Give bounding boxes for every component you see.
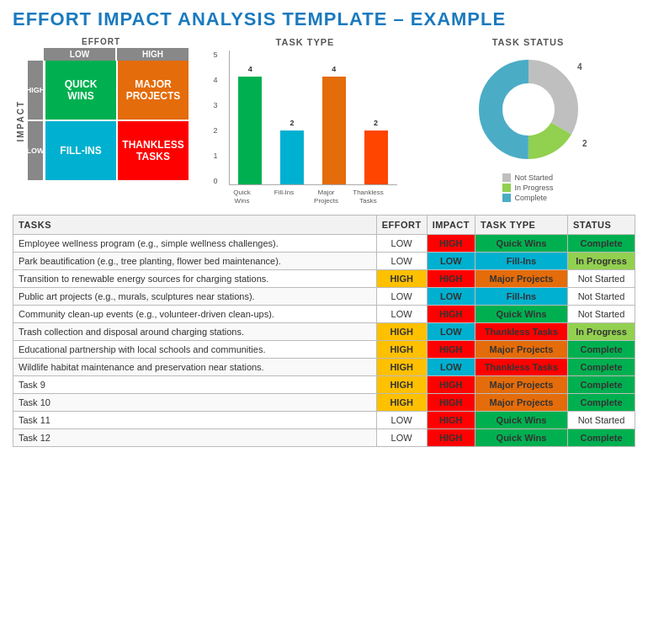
td-effort: HIGH — [376, 359, 427, 376]
td-effort: HIGH — [376, 323, 427, 341]
td-effort: HIGH — [376, 394, 427, 412]
table-row: Task 10HIGHHIGHMajor ProjectsComplete — [13, 394, 635, 412]
bar-xlabel: Thankless Tasks — [348, 189, 390, 205]
td-task: Task 11 — [13, 412, 377, 429]
bar-chart-box: TASK TYPE 0 1 2 3 4 5 4242 — [198, 37, 412, 205]
td-impact: HIGH — [427, 376, 475, 394]
bar-rect: 2 — [364, 130, 388, 184]
impact-label: IMPACT — [16, 100, 25, 142]
y-label-5: 5 — [214, 51, 218, 59]
td-task: Educational partnership with local schoo… — [13, 341, 377, 359]
td-impact: HIGH — [427, 341, 475, 359]
bar-value: 4 — [332, 65, 336, 73]
table-row: Educational partnership with local schoo… — [13, 341, 635, 359]
td-effort: HIGH — [376, 270, 427, 288]
quadrant-thankless-tasks: THANKLESSTASKS — [118, 121, 189, 180]
td-type: Thankless Tasks — [475, 323, 568, 341]
quadrant-quick-wins: QUICKWINS — [45, 61, 116, 120]
donut-label-complete: 6 — [472, 93, 477, 102]
row-high-label: HIGH — [28, 61, 43, 120]
td-impact: HIGH — [427, 270, 475, 288]
td-status: Complete — [568, 341, 635, 359]
y-label-1: 1 — [214, 152, 218, 160]
td-task: Task 12 — [13, 429, 377, 447]
table-row: Community clean-up events (e.g., volunte… — [13, 306, 635, 323]
td-status: Not Started — [568, 412, 635, 429]
td-effort: LOW — [376, 306, 427, 323]
effort-label: EFFORT — [13, 37, 189, 46]
td-status: Complete — [568, 429, 635, 447]
td-task: Transition to renewable energy sources f… — [13, 270, 377, 288]
bar-rect: 2 — [280, 130, 304, 184]
donut-chart-title: TASK STATUS — [492, 37, 565, 47]
td-status: Not Started — [568, 306, 635, 323]
td-task: Park beautification (e.g., tree planting… — [13, 253, 377, 270]
td-status: Complete — [568, 235, 635, 253]
td-effort: HIGH — [376, 341, 427, 359]
td-type: Fill-Ins — [475, 253, 568, 270]
legend-not-started-label: Not Started — [514, 173, 553, 182]
legend-in-progress-color — [502, 184, 511, 192]
table-row: Employee wellness program (e.g., simple … — [13, 235, 635, 253]
td-task: Task 9 — [13, 376, 377, 394]
table-row: Public art projects (e.g., murals, sculp… — [13, 288, 635, 306]
td-effort: LOW — [376, 429, 427, 447]
table-row: Park beautification (e.g., tree planting… — [13, 253, 635, 270]
bar-group: 2 — [355, 51, 397, 184]
donut-label-in-progress: 2 — [582, 139, 587, 148]
donut-legend: Not Started In Progress Complete — [502, 173, 553, 202]
y-label-3: 3 — [214, 101, 218, 109]
bar-value: 4 — [248, 65, 252, 73]
col-header-status: STATUS — [568, 216, 635, 235]
col-low-label: LOW — [44, 48, 115, 61]
col-high-label: HIGH — [117, 48, 189, 61]
table-row: Trash collection and disposal around cha… — [13, 323, 635, 341]
bar-value: 2 — [374, 119, 378, 127]
td-type: Quick Wins — [475, 412, 568, 429]
bar-xlabel: Quick Wins — [221, 189, 263, 205]
y-label-4: 4 — [214, 76, 218, 84]
td-effort: LOW — [376, 235, 427, 253]
bar-chart-title: TASK TYPE — [276, 37, 335, 47]
td-impact: LOW — [427, 323, 475, 341]
td-effort: HIGH — [376, 376, 427, 394]
td-type: Major Projects — [475, 341, 568, 359]
td-status: Complete — [568, 394, 635, 412]
col-header-effort: EFFORT — [376, 216, 427, 235]
bar-rect: 4 — [322, 77, 346, 184]
legend-complete-color — [502, 194, 511, 202]
legend-complete-label: Complete — [514, 194, 547, 202]
donut-chart-box: TASK STATUS — [421, 37, 635, 205]
donut-hole — [505, 86, 552, 133]
td-task: Public art projects (e.g., murals, sculp… — [13, 288, 377, 306]
legend-not-started-color — [502, 173, 511, 182]
row-low-label: LOW — [28, 121, 43, 180]
quadrant-fill-ins: FILL-INS — [45, 121, 116, 180]
bar-value: 2 — [290, 119, 295, 127]
col-header-type: TASK TYPE — [475, 216, 568, 235]
col-header-tasks: TASKS — [13, 216, 377, 235]
donut-svg — [470, 51, 587, 168]
table-row: Task 9HIGHHIGHMajor ProjectsComplete — [13, 376, 635, 394]
y-label-0: 0 — [214, 177, 218, 185]
bar-group: 2 — [271, 51, 313, 184]
td-status: Not Started — [568, 288, 635, 306]
td-effort: LOW — [376, 288, 427, 306]
bar-xlabel: Fill-Ins — [263, 189, 305, 205]
td-type: Quick Wins — [475, 429, 568, 447]
quadrant-major-projects: MAJORPROJECTS — [118, 61, 189, 120]
td-status: Complete — [568, 359, 635, 376]
td-status: Complete — [568, 376, 635, 394]
td-impact: HIGH — [427, 306, 475, 323]
td-task: Trash collection and disposal around cha… — [13, 323, 377, 341]
td-type: Thankless Tasks — [475, 359, 568, 376]
td-status: In Progress — [568, 253, 635, 270]
td-type: Major Projects — [475, 376, 568, 394]
td-type: Quick Wins — [475, 235, 568, 253]
td-task: Employee wellness program (e.g., simple … — [13, 235, 377, 253]
col-header-impact: IMPACT — [427, 216, 475, 235]
bar-group: 4 — [230, 51, 272, 184]
td-status: In Progress — [568, 323, 635, 341]
td-type: Quick Wins — [475, 306, 568, 323]
table-row: Task 12LOWHIGHQuick WinsComplete — [13, 429, 635, 447]
